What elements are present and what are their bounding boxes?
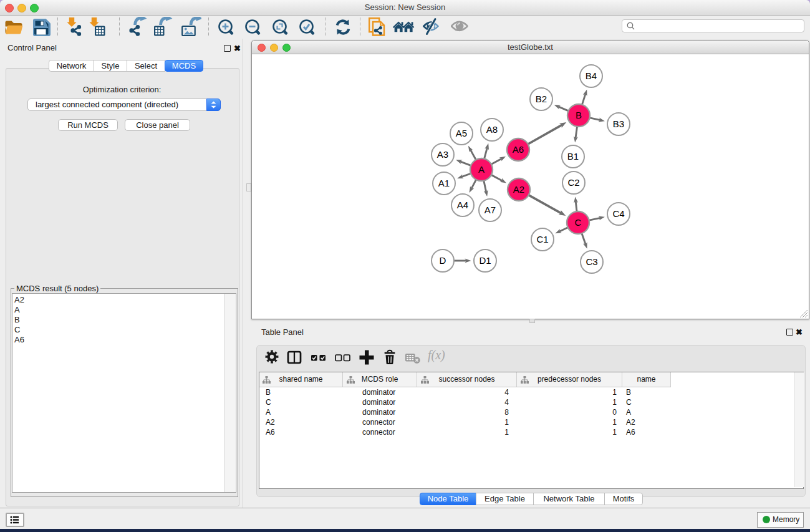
svg-text:A5: A5 [456, 128, 467, 138]
svg-text:B4: B4 [586, 70, 597, 81]
svg-text:A8: A8 [486, 124, 498, 135]
svg-text:A1: A1 [438, 178, 450, 188]
svg-text:D: D [440, 255, 446, 266]
svg-text:B2: B2 [536, 94, 547, 104]
svg-text:A3: A3 [437, 149, 448, 160]
svg-text:A6: A6 [513, 144, 524, 155]
svg-text:A2: A2 [513, 184, 524, 195]
svg-text:A4: A4 [457, 200, 468, 210]
svg-text:A: A [478, 164, 485, 175]
svg-text:B3: B3 [613, 118, 624, 129]
svg-text:C2: C2 [567, 177, 579, 188]
svg-text:C3: C3 [586, 256, 597, 267]
svg-text:C: C [575, 217, 582, 228]
svg-text:A7: A7 [485, 205, 496, 215]
svg-text:B1: B1 [567, 151, 579, 162]
svg-text:C4: C4 [612, 208, 624, 219]
svg-text:D1: D1 [479, 255, 491, 266]
svg-text:C1: C1 [536, 234, 548, 244]
svg-text:B: B [576, 110, 582, 120]
